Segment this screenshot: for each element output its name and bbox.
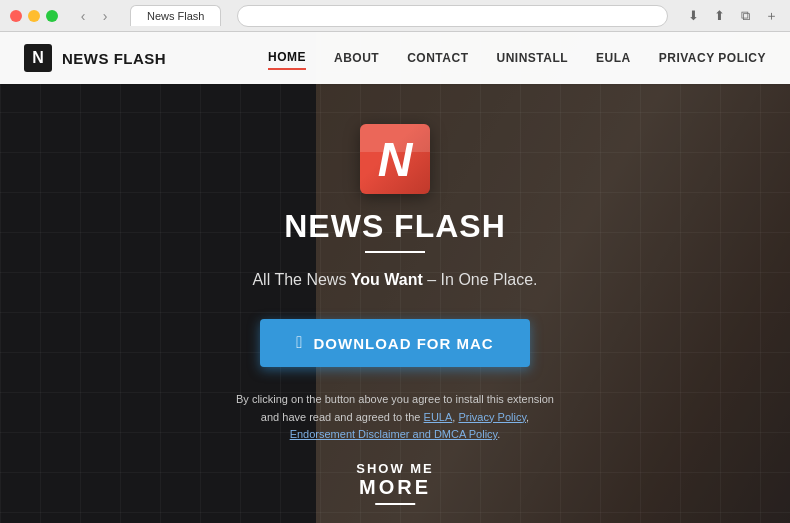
- n-logo-letter: N: [378, 132, 413, 187]
- share-icon[interactable]: ⬆: [710, 7, 728, 25]
- hero-divider: [365, 251, 425, 253]
- nav-uninstall[interactable]: UNINSTALL: [496, 47, 568, 69]
- hero-subtitle: All The News You Want – In One Place.: [252, 271, 537, 289]
- show-more[interactable]: SHOW ME MORE: [356, 461, 434, 505]
- legal-endorsement-link[interactable]: Endorsement Disclaimer and DMCA Policy: [290, 428, 498, 440]
- maximize-button[interactable]: [46, 10, 58, 22]
- show-me-label: SHOW ME: [356, 461, 434, 476]
- nav-privacy-policy[interactable]: PRIVACY POLICY: [659, 47, 766, 69]
- nav-home[interactable]: HOME: [268, 46, 306, 70]
- n-logo: N: [360, 124, 430, 194]
- download-label: DOWNLOAD FOR MAC: [314, 335, 494, 352]
- download-icon[interactable]: ⬇: [684, 7, 702, 25]
- legal-text: By clicking on the button above you agre…: [235, 391, 555, 444]
- nav-about[interactable]: ABOUT: [334, 47, 379, 69]
- tab-bar: News Flash: [130, 5, 221, 26]
- browser-chrome: ‹ › News Flash ⬇ ⬆ ⧉ ＋: [0, 0, 790, 32]
- brand-logo: N: [24, 44, 52, 72]
- subtitle-part1: All The News: [252, 271, 350, 288]
- show-more-line: [375, 503, 415, 505]
- legal-end: .: [497, 428, 500, 440]
- navbar: N NEWS FLASH HOME ABOUT CONTACT UNINSTAL…: [0, 32, 790, 84]
- back-button[interactable]: ‹: [74, 7, 92, 25]
- new-tab-icon[interactable]: ⧉: [736, 7, 754, 25]
- brand-logo-letter: N: [32, 49, 44, 67]
- legal-privacy-link[interactable]: Privacy Policy: [458, 411, 526, 423]
- download-button[interactable]:  DOWNLOAD FOR MAC: [260, 319, 529, 367]
- legal-eula-link[interactable]: EULA: [424, 411, 453, 423]
- show-me-more: MORE: [356, 476, 434, 499]
- brand: N NEWS FLASH: [24, 44, 166, 72]
- forward-button[interactable]: ›: [96, 7, 114, 25]
- nav-links: HOME ABOUT CONTACT UNINSTALL EULA PRIVAC…: [268, 46, 766, 70]
- subtitle-em: You Want: [351, 271, 423, 288]
- apple-icon: : [296, 333, 303, 353]
- close-button[interactable]: [10, 10, 22, 22]
- add-tab-icon[interactable]: ＋: [762, 7, 780, 25]
- brand-name: NEWS FLASH: [62, 50, 166, 67]
- hero-content: N NEWS FLASH All The News You Want – In …: [0, 84, 790, 444]
- address-bar[interactable]: [237, 5, 668, 27]
- minimize-button[interactable]: [28, 10, 40, 22]
- hero-title: NEWS FLASH: [284, 208, 506, 245]
- browser-actions: ⬇ ⬆ ⧉ ＋: [684, 7, 780, 25]
- website: N NEWS FLASH HOME ABOUT CONTACT UNINSTAL…: [0, 32, 790, 523]
- nav-eula[interactable]: EULA: [596, 47, 631, 69]
- tab-label: News Flash: [147, 10, 204, 22]
- nav-contact[interactable]: CONTACT: [407, 47, 468, 69]
- legal-sep: ,: [526, 411, 529, 423]
- browser-tab[interactable]: News Flash: [130, 5, 221, 26]
- nav-arrows: ‹ ›: [74, 7, 114, 25]
- subtitle-part2: – In One Place.: [423, 271, 538, 288]
- traffic-lights: [10, 10, 58, 22]
